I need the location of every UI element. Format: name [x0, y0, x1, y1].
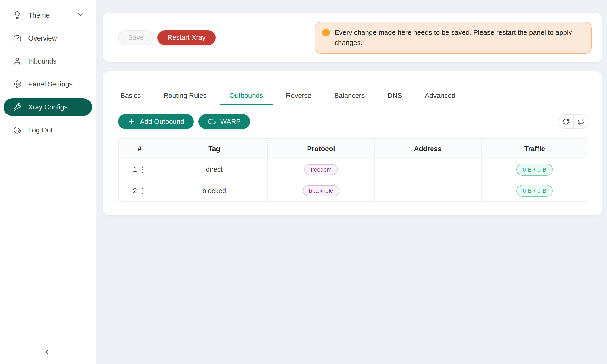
column-header-tag: Tag: [161, 139, 268, 159]
user-icon: [13, 57, 22, 65]
main-content: Save Restart Xray ! Every change made he…: [95, 0, 607, 364]
gear-icon: [13, 80, 22, 88]
cloud-icon: [208, 117, 216, 126]
repeat-icon: [577, 118, 584, 125]
chevron-down-icon: [77, 11, 84, 20]
column-header-address: Address: [374, 139, 481, 159]
logout-icon: [13, 126, 22, 134]
sidebar: Theme Overview Inbounds Panel Settings X…: [0, 0, 95, 364]
plus-icon: [128, 117, 136, 126]
row-menu-icon[interactable]: ⋮: [139, 166, 146, 173]
tab-outbounds[interactable]: Outbounds: [220, 92, 273, 105]
save-button[interactable]: Save: [118, 30, 154, 45]
table-header-row: # Tag Protocol Address Traffic: [119, 139, 588, 159]
row-menu-icon[interactable]: ⋮: [139, 187, 146, 195]
sidebar-item-label: Theme: [28, 11, 50, 19]
row-tag: blocked: [161, 180, 268, 201]
row-tag: direct: [161, 159, 268, 180]
restart-warning-alert: ! Every change made here needs to be sav…: [315, 22, 592, 53]
sidebar-item-label: Overview: [28, 34, 57, 42]
alert-text: Every change made here needs to be saved…: [335, 27, 579, 48]
column-header-index: #: [119, 139, 161, 159]
sidebar-item-xray-configs[interactable]: Xray Configs: [3, 98, 92, 116]
chevron-left-icon: [43, 348, 51, 356]
table-row: 1 ⋮ direct freedom 0 B / 0 B: [119, 159, 588, 180]
lightbulb-icon: [13, 11, 22, 19]
outbounds-actions-row: Add Outbound WARP: [103, 105, 602, 129]
sidebar-item-inbounds[interactable]: Inbounds: [3, 52, 92, 70]
tab-routing-rules[interactable]: Routing Rules: [153, 92, 216, 105]
tab-balancers[interactable]: Balancers: [324, 92, 375, 105]
table-row: 2 ⋮ blocked blackhole 0 B / 0 B: [119, 180, 588, 201]
restart-xray-button[interactable]: Restart Xray: [158, 30, 215, 45]
sidebar-item-label: Log Out: [28, 126, 53, 134]
row-address: [374, 159, 481, 180]
sidebar-item-panel-settings[interactable]: Panel Settings: [3, 75, 92, 93]
tab-dns[interactable]: DNS: [378, 92, 412, 105]
column-header-traffic: Traffic: [481, 139, 588, 159]
table-tools-group: [558, 114, 588, 129]
xray-config-card: Basics Routing Rules Outbounds Reverse B…: [103, 71, 602, 215]
wrench-icon: [13, 103, 22, 111]
warp-button[interactable]: WARP: [198, 114, 250, 129]
sidebar-item-theme[interactable]: Theme: [3, 6, 92, 24]
row-address: [374, 180, 481, 201]
traffic-badge: 0 B / 0 B: [516, 164, 553, 176]
sidebar-collapse-button[interactable]: [40, 345, 54, 359]
protocol-badge: blackhole: [303, 185, 339, 196]
sidebar-item-label: Xray Configs: [28, 103, 67, 111]
protocol-badge: freedom: [304, 164, 338, 175]
traffic-badge: 0 B / 0 B: [516, 185, 553, 197]
sidebar-item-label: Inbounds: [28, 57, 56, 65]
column-header-protocol: Protocol: [268, 139, 374, 159]
sidebar-item-overview[interactable]: Overview: [3, 29, 92, 47]
add-outbound-label: Add Outbound: [140, 118, 184, 126]
warp-label: WARP: [220, 118, 241, 126]
tab-advanced[interactable]: Advanced: [415, 92, 465, 105]
warning-icon: !: [322, 29, 330, 37]
row-index: 1: [133, 166, 137, 173]
refresh-button[interactable]: [558, 115, 573, 129]
outbounds-table: # Tag Protocol Address Traffic 1 ⋮: [118, 138, 588, 202]
row-index: 2: [133, 187, 137, 195]
add-outbound-button[interactable]: Add Outbound: [118, 114, 194, 129]
sidebar-item-log-out[interactable]: Log Out: [3, 121, 92, 139]
tab-reverse[interactable]: Reverse: [276, 92, 321, 105]
reload-config-button[interactable]: [573, 115, 588, 129]
config-tabs: Basics Routing Rules Outbounds Reverse B…: [103, 71, 602, 105]
tab-basics[interactable]: Basics: [110, 92, 151, 105]
refresh-icon: [562, 118, 569, 125]
gauge-icon: [13, 34, 22, 42]
sidebar-item-label: Panel Settings: [28, 80, 73, 88]
toolbar-card: Save Restart Xray ! Every change made he…: [103, 13, 602, 62]
